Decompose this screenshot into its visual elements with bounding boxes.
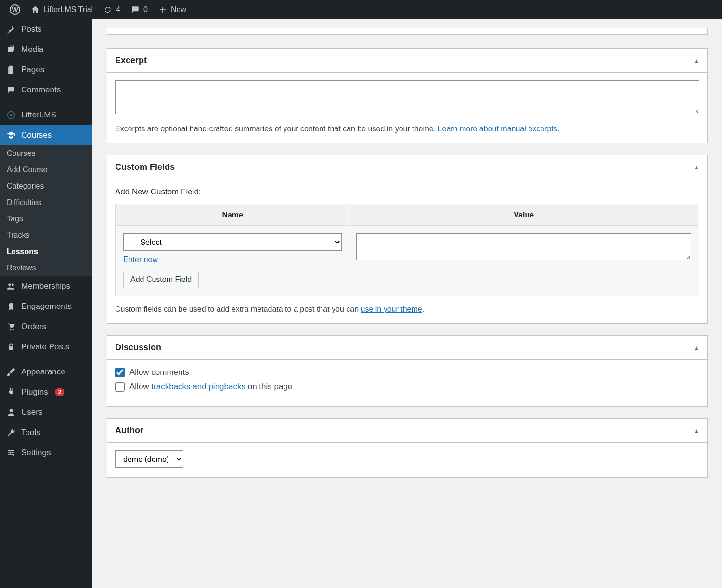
sidebar-item-label: Appearance [21, 367, 65, 377]
new-content-menu[interactable]: New [153, 4, 191, 15]
site-name-label: LifterLMS Trial [43, 5, 93, 14]
svg-point-1 [10, 114, 13, 116]
plug-icon [6, 387, 16, 397]
discussion-title: Discussion [115, 343, 161, 353]
author-title: Author [115, 425, 143, 435]
excerpt-textarea[interactable] [115, 80, 699, 114]
comment-icon [130, 4, 141, 15]
excerpt-title: Excerpt [115, 55, 147, 65]
award-icon [6, 301, 16, 312]
allow-trackbacks-checkbox[interactable] [115, 382, 125, 392]
sidebar-item-label: Tools [21, 428, 40, 437]
svg-point-9 [12, 450, 13, 451]
updates-menu[interactable]: 4 [98, 4, 125, 15]
sidebar-item-appearance[interactable]: Appearance [0, 362, 92, 382]
submenu-reviews[interactable]: Reviews [0, 260, 92, 276]
custom-fields-header[interactable]: Custom Fields ▲ [107, 155, 707, 179]
sidebar-item-memberships[interactable]: Memberships [0, 276, 92, 296]
sidebar-item-label: Engagements [21, 302, 72, 311]
sidebar-item-media[interactable]: Media [0, 39, 92, 60]
admin-sidebar: Posts Media Pages Comments LifterLMS Cou… [0, 19, 92, 498]
cf-value-header: Value [349, 205, 698, 226]
allow-trackbacks-row[interactable]: Allow trackbacks and pingbacks on this p… [115, 382, 699, 392]
cf-value-textarea[interactable] [356, 233, 691, 260]
sidebar-item-label: Orders [21, 322, 46, 332]
svg-point-8 [10, 409, 13, 412]
submenu-difficulties[interactable]: Difficulties [0, 194, 92, 211]
author-metabox: Author ▲ demo (demo) [107, 418, 708, 478]
sidebar-item-private-posts[interactable]: Private Posts [0, 337, 92, 357]
excerpt-help: Excerpts are optional hand-crafted summa… [115, 125, 699, 133]
submenu-lessons[interactable]: Lessons [0, 243, 92, 260]
excerpt-metabox: Excerpt ▲ Excerpts are optional hand-cra… [107, 48, 708, 143]
collapse-icon: ▲ [694, 427, 699, 434]
submenu-tracks[interactable]: Tracks [0, 227, 92, 243]
svg-rect-7 [9, 346, 13, 350]
sidebar-item-label: Plugins [21, 387, 48, 397]
pages-icon [6, 64, 16, 75]
update-icon [103, 4, 113, 15]
lifterlms-icon [6, 110, 16, 120]
wp-logo-menu[interactable]: W [5, 4, 25, 15]
sidebar-item-posts[interactable]: Posts [0, 19, 92, 39]
author-select[interactable]: demo (demo) [115, 450, 183, 468]
discussion-header[interactable]: Discussion ▲ [107, 336, 707, 360]
add-custom-field-button[interactable]: Add Custom Field [123, 271, 199, 288]
submenu-add-course[interactable]: Add Course [0, 162, 92, 178]
custom-fields-metabox: Custom Fields ▲ Add New Custom Field: Na… [107, 155, 708, 324]
update-count: 4 [116, 5, 120, 14]
sidebar-item-label: Courses [21, 130, 52, 140]
plus-icon [157, 4, 168, 15]
sidebar-item-engagements[interactable]: Engagements [0, 296, 92, 317]
sidebar-item-label: Users [21, 408, 42, 417]
wordpress-icon: W [10, 4, 20, 15]
sidebar-item-label: Media [21, 45, 43, 54]
author-header[interactable]: Author ▲ [107, 419, 707, 443]
sidebar-item-comments[interactable]: Comments [0, 80, 92, 100]
comments-menu[interactable]: 0 [125, 4, 153, 15]
sidebar-item-label: Pages [21, 65, 44, 75]
sidebar-item-label: Memberships [21, 281, 70, 291]
allow-comments-row[interactable]: Allow comments [115, 368, 699, 377]
submenu-categories[interactable]: Categories [0, 178, 92, 194]
custom-fields-help: Custom fields can be used to add extra m… [115, 305, 699, 314]
trackbacks-link[interactable]: trackbacks and pingbacks [151, 382, 245, 391]
discussion-metabox: Discussion ▲ Allow comments Allow trackb… [107, 335, 708, 407]
sidebar-item-label: Settings [21, 448, 51, 458]
wrench-icon [6, 427, 16, 438]
sidebar-item-pages[interactable]: Pages [0, 60, 92, 80]
cf-name-header: Name [116, 205, 348, 226]
comment-icon [6, 85, 16, 95]
custom-fields-table: Name Value — Select — Enter new Add Cust… [115, 204, 699, 296]
enter-new-link[interactable]: Enter new [123, 256, 158, 264]
sidebar-item-lifterlms[interactable]: LifterLMS [0, 105, 92, 125]
sidebar-item-plugins[interactable]: Plugins 2 [0, 382, 92, 402]
sidebar-item-tools[interactable]: Tools [0, 422, 92, 443]
new-label: New [171, 5, 186, 14]
svg-point-11 [13, 454, 14, 456]
pin-icon [6, 24, 16, 35]
allow-comments-checkbox[interactable] [115, 368, 125, 377]
sidebar-item-label: Private Posts [21, 342, 69, 352]
cf-name-select[interactable]: — Select — [123, 233, 342, 251]
excerpt-help-link[interactable]: Learn more about manual excerpts [438, 125, 557, 133]
plugins-badge: 2 [55, 388, 65, 396]
sidebar-item-orders[interactable]: Orders [0, 317, 92, 337]
media-icon [6, 44, 16, 55]
submenu-tags[interactable]: Tags [0, 211, 92, 227]
site-name-menu[interactable]: LifterLMS Trial [25, 4, 98, 15]
sidebar-item-users[interactable]: Users [0, 402, 92, 422]
sidebar-item-label: LifterLMS [21, 110, 56, 120]
svg-point-6 [13, 329, 14, 330]
brush-icon [6, 367, 16, 377]
custom-fields-help-link[interactable]: use in your theme [361, 305, 422, 313]
admin-bar: W LifterLMS Trial 4 0 New [0, 0, 722, 19]
submenu-courses[interactable]: Courses [0, 145, 92, 162]
user-icon [6, 407, 16, 418]
graduation-cap-icon [6, 130, 16, 141]
sidebar-item-settings[interactable]: Settings [0, 443, 92, 463]
excerpt-header[interactable]: Excerpt ▲ [107, 49, 707, 73]
sidebar-item-courses[interactable]: Courses [0, 125, 92, 145]
lock-icon [6, 342, 16, 352]
home-icon [30, 4, 40, 15]
